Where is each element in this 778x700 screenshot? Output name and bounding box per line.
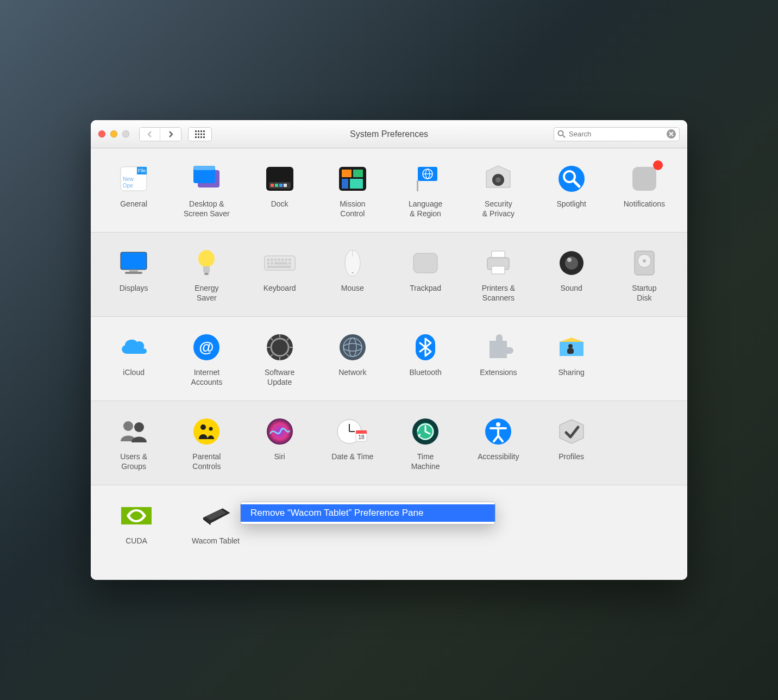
svg-rect-11 xyxy=(203,136,205,138)
bluetooth-icon xyxy=(409,331,442,364)
pref-trackpad[interactable]: Trackpad xyxy=(389,245,462,305)
svg-point-73 xyxy=(567,258,572,262)
pref-general[interactable]: FileNewOpe General xyxy=(97,160,170,221)
pref-label: Mouse xyxy=(341,284,364,303)
pref-displays[interactable]: Displays xyxy=(97,245,170,305)
pref-label: Profiles xyxy=(559,452,584,472)
svg-rect-28 xyxy=(279,184,283,187)
svg-rect-53 xyxy=(267,259,269,261)
pref-accessibility[interactable]: Accessibility xyxy=(462,413,535,474)
pref-security[interactable]: Security& Privacy xyxy=(462,160,535,221)
search-field[interactable] xyxy=(554,127,680,141)
svg-point-41 xyxy=(495,177,501,183)
pref-sharing[interactable]: Sharing xyxy=(535,329,608,390)
search-input[interactable] xyxy=(569,130,663,138)
zoom-window-button[interactable] xyxy=(122,130,129,138)
siri-icon xyxy=(263,415,296,448)
system-preferences-window: System Preferences FileNewOpe General xyxy=(91,120,687,580)
startup-disk-icon xyxy=(628,247,661,279)
pref-row-2: Displays EnergySaver Keyboard Mouse Trac… xyxy=(91,233,687,317)
pref-label: StartupDisk xyxy=(632,284,656,303)
pref-label: TimeMachine xyxy=(411,452,440,472)
mouse-icon xyxy=(336,247,369,279)
pref-label: Date & Time xyxy=(331,452,373,472)
svg-rect-7 xyxy=(203,133,205,135)
pref-label: Notifications xyxy=(624,199,665,219)
pref-sound[interactable]: Sound xyxy=(535,245,608,305)
pref-desktop[interactable]: Desktop &Screen Saver xyxy=(170,160,243,221)
svg-rect-55 xyxy=(274,259,277,261)
pref-printers[interactable]: Printers &Scanners xyxy=(462,245,535,305)
svg-rect-4 xyxy=(195,133,197,135)
forward-button[interactable] xyxy=(160,128,181,141)
pref-label: Security& Privacy xyxy=(482,199,515,219)
accessibility-icon xyxy=(482,415,515,448)
pref-dock[interactable]: Dock xyxy=(243,160,316,221)
energy-icon xyxy=(190,247,223,279)
svg-rect-68 xyxy=(492,251,505,258)
nav-segment xyxy=(139,127,181,141)
prefpane-grid: FileNewOpe General Desktop &Screen Saver… xyxy=(91,148,687,580)
datetime-icon: 18 xyxy=(336,415,369,448)
show-all-button[interactable] xyxy=(188,127,212,141)
pref-notifications[interactable]: Notifications xyxy=(608,160,681,221)
svg-point-42 xyxy=(559,166,585,192)
sound-icon xyxy=(555,247,588,279)
pref-icloud[interactable]: iCloud xyxy=(97,329,170,390)
svg-rect-32 xyxy=(353,170,363,177)
svg-rect-60 xyxy=(267,262,269,265)
keyboard-icon xyxy=(263,247,296,279)
pref-language-region[interactable]: Language& Region xyxy=(389,160,462,221)
pref-mission-control[interactable]: MissionControl xyxy=(316,160,389,221)
pref-time-machine[interactable]: TimeMachine xyxy=(389,413,462,474)
close-window-button[interactable] xyxy=(98,130,105,138)
pref-network[interactable]: Network xyxy=(316,329,389,390)
trackpad-icon xyxy=(409,247,442,279)
pref-label: Desktop &Screen Saver xyxy=(184,199,230,219)
pref-profiles[interactable]: Profiles xyxy=(535,413,608,474)
notification-badge xyxy=(653,160,663,170)
context-menu-item-remove[interactable]: Remove “Wacom Tablet” Preference Pane xyxy=(241,504,495,522)
svg-point-12 xyxy=(559,131,563,136)
clear-search-button[interactable] xyxy=(667,129,676,139)
svg-text:Ope: Ope xyxy=(123,183,133,189)
grid-icon xyxy=(195,130,205,138)
context-menu: Remove “Wacom Tablet” Preference Pane xyxy=(240,502,495,524)
minimize-window-button[interactable] xyxy=(110,130,117,138)
svg-rect-46 xyxy=(121,252,147,270)
pref-label: Siri xyxy=(274,452,285,472)
pref-users-groups[interactable]: Users &Groups xyxy=(97,413,170,474)
pref-internet-accounts[interactable]: @ InternetAccounts xyxy=(170,329,243,390)
pref-date-time[interactable]: 18 Date & Time xyxy=(316,413,389,474)
extensions-icon xyxy=(482,331,515,364)
svg-rect-3 xyxy=(203,130,205,132)
pref-keyboard[interactable]: Keyboard xyxy=(243,245,316,305)
pref-energy-saver[interactable]: EnergySaver xyxy=(170,245,243,305)
pref-startup-disk[interactable]: StartupDisk xyxy=(608,245,681,305)
pref-parental-controls[interactable]: ParentalControls xyxy=(170,413,243,474)
pref-row-4: Users &Groups ParentalControls Siri 18 D… xyxy=(91,401,687,485)
pref-row-thirdparty: CUDA Wacom Tablet Remove “Wacom Tablet” … xyxy=(91,485,687,580)
svg-rect-107 xyxy=(356,430,367,434)
svg-point-95 xyxy=(568,344,573,348)
back-button[interactable] xyxy=(140,128,160,141)
pref-software-update[interactable]: SoftwareUpdate xyxy=(243,329,316,390)
pref-label: iCloud xyxy=(123,368,145,388)
svg-rect-23 xyxy=(193,166,215,170)
notifications-icon xyxy=(628,162,661,195)
pref-mouse[interactable]: Mouse xyxy=(316,245,389,305)
pref-cuda[interactable]: CUDA xyxy=(102,497,171,558)
svg-rect-6 xyxy=(200,133,202,135)
pref-spotlight[interactable]: Spotlight xyxy=(535,160,608,221)
svg-rect-59 xyxy=(288,259,291,261)
pref-label: Extensions xyxy=(480,368,517,388)
svg-rect-1 xyxy=(198,130,199,132)
pref-siri[interactable]: Siri xyxy=(243,413,316,474)
svg-text:New: New xyxy=(123,176,134,182)
pref-extensions[interactable]: Extensions xyxy=(462,329,535,390)
cuda-icon xyxy=(120,499,153,532)
pref-bluetooth[interactable]: Bluetooth xyxy=(389,329,462,390)
svg-rect-27 xyxy=(275,184,278,187)
svg-rect-45 xyxy=(632,167,656,191)
svg-rect-67 xyxy=(413,253,437,273)
